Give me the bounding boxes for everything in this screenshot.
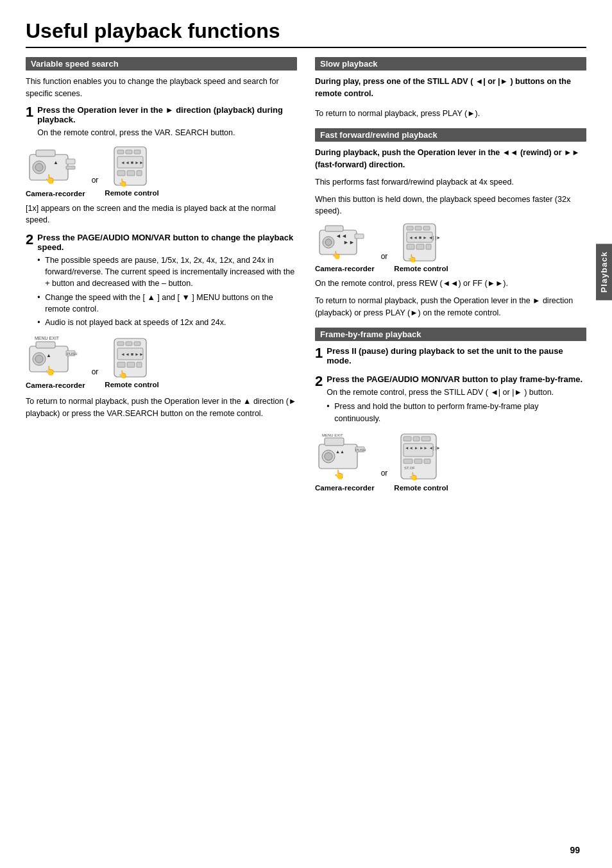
ff-camera-svg: ◄◄ ►► 👆 xyxy=(316,222,373,265)
svg-rect-71 xyxy=(414,459,422,463)
svg-rect-65 xyxy=(404,437,411,441)
svg-rect-33 xyxy=(117,362,125,367)
svg-text:👆: 👆 xyxy=(407,253,417,263)
svg-rect-15 xyxy=(127,171,135,176)
svg-rect-51 xyxy=(407,244,414,249)
svg-rect-47 xyxy=(415,226,421,230)
fbf-remote-svg: ◄◄ ► ►► ◄| |► ST.OF 👆 xyxy=(396,433,447,484)
svg-point-57 xyxy=(325,453,332,460)
fast-forward-speed: This performs fast forward/rewind playba… xyxy=(315,176,586,188)
variable-speed-intro: This function enables you to change the … xyxy=(26,76,297,100)
camera-recorder-svg2: MENU EXIT PUSH ▲ 👆 xyxy=(26,337,84,381)
step2-bullets: The possible speeds are pause, 1/5x, 1x,… xyxy=(37,255,297,328)
svg-rect-46 xyxy=(407,226,413,230)
svg-text:▲: ▲ xyxy=(46,353,51,358)
fast-forward-section: Fast forward/rewind playback During play… xyxy=(315,128,586,319)
step1-variable: 1 Press the Operation lever in the ► dir… xyxy=(26,105,297,138)
ff-camera-diagram: ◄◄ ►► 👆 Camera-recorder xyxy=(315,222,375,272)
fbf-header: Frame-by-frame playback xyxy=(315,328,586,341)
svg-text:◄◄: ◄◄ xyxy=(336,233,347,239)
step1-number: 1 xyxy=(26,105,33,119)
svg-rect-70 xyxy=(404,459,412,463)
fast-forward-hold: When this button is held down, the playb… xyxy=(315,194,586,218)
svg-rect-35 xyxy=(137,362,142,367)
fbf-diagrams: MENU EXIT PUSH ▲▲ 👆 Camera-recorder or xyxy=(315,433,586,492)
step1-or: or xyxy=(92,176,99,197)
svg-rect-10 xyxy=(126,150,132,154)
step1-note: [1x] appears on the screen and the media… xyxy=(26,203,297,227)
step2-variable: 2 Press the PAGE/AUDIO MON/VAR button to… xyxy=(26,233,297,330)
svg-rect-3 xyxy=(36,150,55,156)
fbf-camera-label: Camera-recorder xyxy=(315,484,375,492)
step1-remote-label: Remote control xyxy=(105,189,158,197)
step1-remote-diagram: ◄◄ ■ ►► 👆 Remote control xyxy=(105,146,158,197)
ff-remote-label: Remote control xyxy=(394,265,448,272)
ff-return-note: To return to normal playback, push the O… xyxy=(315,295,586,319)
variable-speed-header: Variable speed search xyxy=(26,57,297,71)
svg-rect-40 xyxy=(325,226,343,231)
svg-text:👆: 👆 xyxy=(44,174,56,185)
camera-recorder-svg: ▲ 👆 xyxy=(26,145,84,190)
svg-rect-72 xyxy=(424,459,430,463)
page-number: 99 xyxy=(570,845,580,855)
remote-control-svg2: ◄◄ ■ ►► 👆 xyxy=(109,337,155,381)
svg-text:◄◄  ■  ►►: ◄◄ ■ ►► xyxy=(121,352,144,356)
svg-text:👆: 👆 xyxy=(409,471,418,481)
svg-rect-9 xyxy=(117,150,124,154)
svg-rect-48 xyxy=(423,226,430,230)
ff-or: or xyxy=(381,252,388,272)
ff-diagrams: ◄◄ ►► 👆 Camera-recorder or xyxy=(315,222,586,272)
svg-point-2 xyxy=(35,163,43,171)
step1-title: Press the Operation lever in the ► direc… xyxy=(37,105,297,124)
fbf-bullet-1: Press and hold the button to perform fra… xyxy=(327,401,586,424)
step1-diagrams: ▲ 👆 Camera-recorder or xyxy=(26,145,297,197)
step1-camera-label: Camera-recorder xyxy=(26,190,85,197)
svg-text:►►: ►► xyxy=(343,239,355,246)
step2-title: Press the PAGE/AUDIO MON/VAR button to c… xyxy=(37,233,297,252)
variable-return-note: To return to normal playback, push the O… xyxy=(26,396,297,420)
svg-text:▲: ▲ xyxy=(53,160,58,165)
svg-text:ST.OF: ST.OF xyxy=(404,466,415,470)
fbf-step2-title: Press the PAGE/AUDIO MON/VAR button to p… xyxy=(327,374,586,384)
svg-rect-53 xyxy=(426,244,431,249)
step1-camera-diagram: ▲ 👆 Camera-recorder xyxy=(26,145,85,197)
svg-rect-67 xyxy=(421,437,430,441)
step1-body: On the remote control, press the VAR. SE… xyxy=(37,127,297,138)
fbf-step1: 1 Press II (pause) during playback to se… xyxy=(315,346,586,368)
step2-camera-diagram: MENU EXIT PUSH ▲ 👆 Camera-recorder xyxy=(26,337,85,389)
svg-rect-30 xyxy=(134,342,140,346)
svg-text:👆: 👆 xyxy=(118,178,128,187)
svg-text:👆: 👆 xyxy=(334,469,345,480)
svg-text:👆: 👆 xyxy=(118,369,128,379)
svg-rect-52 xyxy=(416,244,424,249)
fbf-remote-diagram: ◄◄ ► ►► ◄| |► ST.OF 👆 Remote control xyxy=(394,433,448,492)
svg-text:◄◄  ►  ►► ◄| |►: ◄◄ ► ►► ◄| |► xyxy=(405,446,441,451)
step2-number: 2 xyxy=(26,233,33,247)
fbf-camera-diagram: MENU EXIT PUSH ▲▲ 👆 Camera-recorder xyxy=(315,433,375,492)
frame-by-frame-section: Frame-by-frame playback 1 Press II (paus… xyxy=(315,328,586,491)
remote-control-svg: ◄◄ ■ ►► 👆 xyxy=(109,146,155,189)
svg-text:PUSH: PUSH xyxy=(67,352,78,356)
step2-remote-label: Remote control xyxy=(105,381,158,388)
bullet-1: The possible speeds are pause, 1/5x, 1x,… xyxy=(37,255,297,289)
fbf-step1-number: 1 xyxy=(315,346,323,360)
slow-playback-return: To return to normal playback, press PLAY… xyxy=(315,108,586,120)
svg-text:MENU  EXIT: MENU EXIT xyxy=(322,433,343,437)
svg-rect-11 xyxy=(134,150,140,154)
ff-remote-note: On the remote control, press REW (◄◄) or… xyxy=(315,278,586,290)
svg-rect-14 xyxy=(117,171,125,176)
variable-speed-section: Variable speed search This function enab… xyxy=(26,57,297,497)
bullet-3: Audio is not played back at speeds of 12… xyxy=(37,317,297,328)
svg-rect-21 xyxy=(36,342,55,348)
svg-text:◄◄  ■  ►►: ◄◄ ■ ►► xyxy=(121,160,144,165)
svg-point-39 xyxy=(325,239,332,246)
fbf-step2: 2 Press the PAGE/AUDIO MON/VAR button to… xyxy=(315,374,586,426)
fbf-step2-body: On the remote control, press the STILL A… xyxy=(327,387,586,398)
slow-playback-intro: During play, press one of the STILL ADV … xyxy=(315,76,586,100)
svg-rect-29 xyxy=(126,342,132,346)
fbf-camera-svg: MENU EXIT PUSH ▲▲ 👆 xyxy=(316,433,373,484)
sidebar-playback-tab: Playback xyxy=(596,244,612,300)
svg-rect-16 xyxy=(137,171,142,176)
step2-or: or xyxy=(92,367,99,389)
svg-point-20 xyxy=(35,355,43,363)
